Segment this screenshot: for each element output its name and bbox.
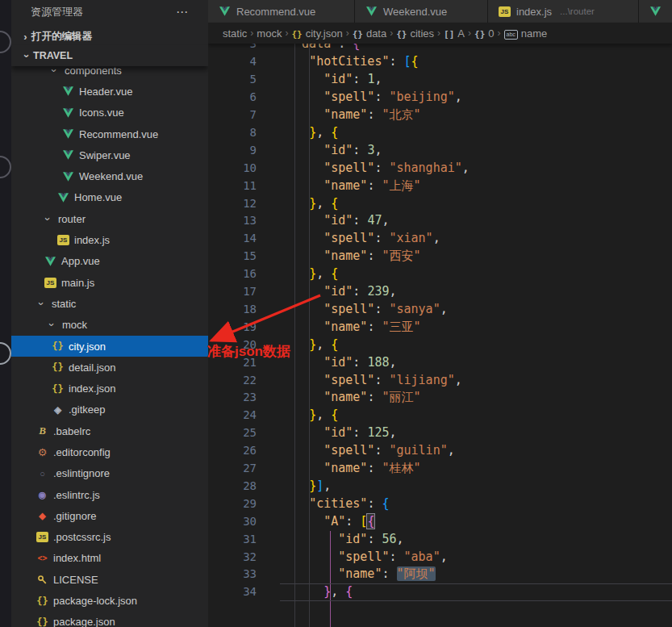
- code-line[interactable]: 20 }, {: [208, 336, 672, 354]
- tree-item-swiper-vue[interactable]: Swiper.vue: [11, 144, 208, 165]
- breadcrumb-item-city-json[interactable]: {}city.json: [291, 27, 342, 40]
- tree-item-babelrc[interactable]: B.babelrc: [11, 420, 208, 441]
- code-text: "id": 1,: [280, 71, 382, 89]
- code-line[interactable]: 29 "cities": {: [208, 495, 672, 513]
- line-number: 17: [208, 283, 257, 301]
- breadcrumb-separator-icon: ›: [346, 27, 349, 39]
- code-line[interactable]: 32 "spell": "aba",: [208, 549, 672, 566]
- tree-item-recommend-vue[interactable]: Recommend.vue: [11, 123, 208, 144]
- code-line[interactable]: 25 "id": 125,: [208, 424, 672, 442]
- breadcrumb-label: A: [457, 27, 465, 40]
- tree-item-eslintrc-js[interactable]: ◉.eslintrc.js: [11, 484, 208, 505]
- tree-item-label: index.js: [74, 234, 110, 246]
- tree-item-city-json[interactable]: {}city.json: [11, 336, 208, 357]
- activity-bar-icon[interactable]: [0, 156, 11, 178]
- code-line[interactable]: 28 }],: [208, 478, 672, 495]
- code-line[interactable]: 14 "spell": "xian",: [208, 230, 672, 248]
- code-line[interactable]: 4 "hotCities": [{: [208, 53, 672, 71]
- code-line[interactable]: 16 }, {: [208, 265, 672, 283]
- tree-item-index-js[interactable]: JSindex.js: [11, 229, 208, 250]
- json-file-icon: {}: [291, 27, 302, 40]
- tree-item-static[interactable]: ›static: [11, 293, 208, 314]
- code-line[interactable]: 9 "id": 3,: [208, 142, 672, 160]
- breadcrumb-item-static[interactable]: static: [223, 27, 247, 40]
- code-line[interactable]: 30 "A": [{: [208, 513, 672, 531]
- code-line[interactable]: 8 }, {: [208, 124, 672, 142]
- tree-item-app-vue[interactable]: App.vue: [11, 251, 208, 272]
- code-line[interactable]: 12 }, {: [208, 195, 672, 213]
- tree-item-package-lock-json[interactable]: {}package-lock.json: [11, 590, 208, 611]
- tree-item-icons-vue[interactable]: Icons.vue: [11, 102, 208, 123]
- line-number: 34: [208, 583, 257, 601]
- tree-item-eslintignore[interactable]: ○.eslintignore: [11, 463, 208, 484]
- chevron-down-icon: ›: [35, 298, 48, 310]
- code-line[interactable]: 11 "name": "上海": [208, 178, 672, 195]
- sidebar-header: 资源管理器 ⋯: [11, 0, 208, 24]
- code-line[interactable]: 23 "name": "丽江": [208, 389, 672, 407]
- tree-item-license[interactable]: LICENSE: [11, 569, 208, 590]
- tab-index-js[interactable]: JSindex.js...\router: [488, 0, 639, 23]
- eslint-icon: ◉: [35, 490, 49, 500]
- code-line[interactable]: 19 "name": "三亚": [208, 319, 672, 336]
- tab-weekend-vue[interactable]: Weekend.vue: [355, 0, 488, 23]
- tree-item-gitignore[interactable]: ◆.gitignore: [11, 505, 208, 526]
- breadcrumb-item-a[interactable]: []A: [444, 27, 465, 40]
- tab-recommend-vue[interactable]: Recommend.vue: [208, 0, 355, 23]
- code-text: }, {: [280, 265, 338, 283]
- vue-icon: [56, 193, 70, 203]
- tree-item-gitkeep[interactable]: ◈.gitkeep: [11, 399, 208, 420]
- code-line[interactable]: 22 "spell": "lijiang",: [208, 372, 672, 390]
- code-line[interactable]: 10 "spell": "shanghai",: [208, 160, 672, 178]
- code-line[interactable]: 34 }, {: [208, 583, 672, 601]
- tree-item-weekend-vue[interactable]: Weekend.vue: [11, 165, 208, 186]
- tree-item-mock[interactable]: ›mock: [11, 315, 208, 336]
- tree-item-editorconfig[interactable]: ⚙.editorconfig: [11, 441, 208, 462]
- breadcrumb-separator-icon: ›: [390, 27, 393, 39]
- breadcrumb-item-0[interactable]: {}0: [474, 27, 494, 40]
- code-line[interactable]: 6 "spell": "beijing",: [208, 89, 672, 107]
- code-line[interactable]: 27 "name": "桂林": [208, 460, 672, 478]
- tab-partial[interactable]: [639, 0, 672, 23]
- breadcrumb-item-cities[interactable]: {}cities: [396, 27, 434, 40]
- code-editor[interactable]: 3 "data": {4 "hotCities": [{5 "id": 1,6 …: [208, 44, 672, 627]
- code-line[interactable]: 24 }, {: [208, 407, 672, 424]
- code-line[interactable]: 33 "name": "阿坝": [208, 566, 672, 583]
- line-number: 23: [208, 389, 257, 407]
- code-line[interactable]: 26 "spell": "guilin",: [208, 442, 672, 460]
- tree-item-package-json[interactable]: {}package.json: [11, 612, 208, 627]
- breadcrumb-separator-icon: ›: [437, 27, 440, 39]
- code-line[interactable]: 15 "name": "西安": [208, 248, 672, 265]
- code-line[interactable]: 18 "spell": "sanya",: [208, 301, 672, 319]
- tree-item-index-json[interactable]: {}index.json: [11, 378, 208, 399]
- line-number: 12: [208, 195, 257, 213]
- line-number: 30: [208, 513, 257, 531]
- activity-bar-icon[interactable]: [0, 31, 11, 53]
- tree-item-detail-json[interactable]: {}detail.json: [11, 357, 208, 378]
- breadcrumb-item-name[interactable]: abcname: [504, 27, 548, 40]
- tree-item-home-vue[interactable]: Home.vue: [11, 187, 208, 208]
- code-line[interactable]: 13 "id": 47,: [208, 212, 672, 230]
- breadcrumb-item-data[interactable]: {}data: [353, 27, 387, 40]
- project-root-header[interactable]: › TRAVEL: [11, 45, 208, 66]
- vue-icon: [218, 6, 232, 16]
- tree-item-postcssrc-js[interactable]: JS.postcssrc.js: [11, 527, 208, 548]
- sym-object-icon: {}: [474, 27, 485, 40]
- tree-item-router[interactable]: ›router: [11, 208, 208, 229]
- tree-item-header-vue[interactable]: Header.vue: [11, 81, 208, 102]
- line-number: 8: [208, 124, 257, 142]
- code-line[interactable]: 31 "id": 56,: [208, 531, 672, 549]
- code-text: "spell": "xian",: [280, 230, 440, 248]
- tree-item-main-js[interactable]: JSmain.js: [11, 272, 208, 293]
- code-line[interactable]: 21 "id": 188,: [208, 354, 672, 372]
- more-actions-icon[interactable]: ⋯: [176, 5, 189, 19]
- open-editors-section[interactable]: › 打开的编辑器: [11, 27, 208, 45]
- code-line[interactable]: 17 "id": 239,: [208, 283, 672, 301]
- code-line[interactable]: 7 "name": "北京": [208, 107, 672, 124]
- breadcrumb-item-mock[interactable]: mock: [257, 27, 282, 40]
- js-icon: JS: [44, 278, 57, 288]
- tree-item-index-html[interactable]: <>index.html: [11, 548, 208, 569]
- code-line[interactable]: 3 "data": {: [208, 44, 672, 53]
- code-line[interactable]: 5 "id": 1,: [208, 71, 672, 89]
- tree-item-label: index.json: [69, 382, 116, 395]
- activity-bar-icon[interactable]: [0, 342, 11, 365]
